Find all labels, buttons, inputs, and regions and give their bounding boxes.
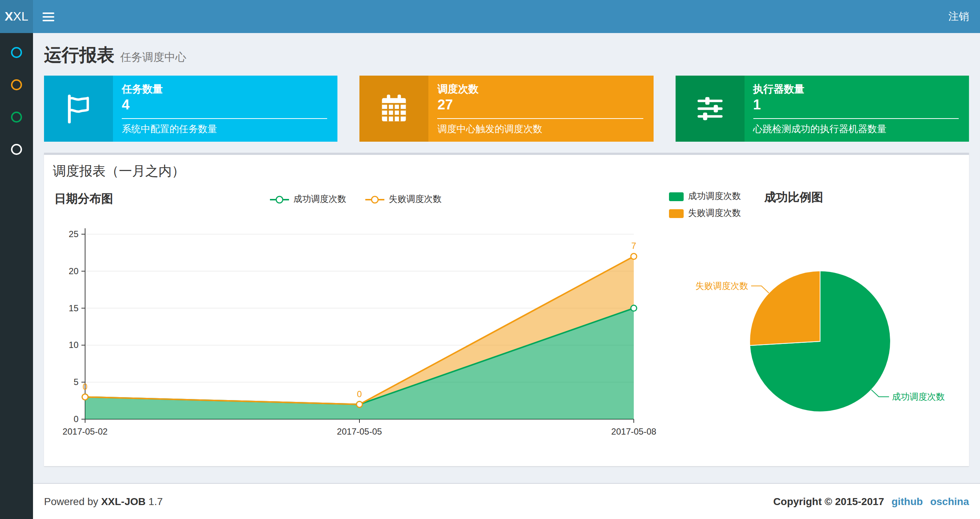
info-box-desc: 调度中心触发的调度次数 bbox=[438, 123, 643, 135]
hamburger-icon bbox=[43, 12, 54, 14]
line-legend-marker-icon bbox=[365, 195, 384, 204]
panel-title: 调度报表（一月之内） bbox=[44, 155, 969, 187]
footer: Powered by XXL-JOB 1.7 Copyright © 2015-… bbox=[33, 483, 980, 519]
success-ratio-chart: 成功调度次数失败调度次数 bbox=[669, 219, 971, 449]
svg-text:0: 0 bbox=[83, 382, 87, 392]
circle-o-icon bbox=[11, 111, 22, 122]
svg-text:25: 25 bbox=[68, 229, 78, 239]
schedule-report-panel: 调度报表（一月之内） 日期分布图 bbox=[44, 153, 969, 466]
divider bbox=[753, 118, 959, 119]
sliders-icon bbox=[675, 76, 744, 142]
copyright: Copyright © 2015-2017 bbox=[773, 495, 884, 507]
flag-icon bbox=[44, 76, 113, 142]
info-box-desc: 心跳检测成功的执行器机器数量 bbox=[753, 123, 959, 135]
pie-chart-title: 成功比例图 bbox=[764, 190, 823, 206]
svg-text:15: 15 bbox=[68, 303, 78, 313]
info-box-label: 任务数量 bbox=[122, 82, 328, 96]
line-legend-item[interactable]: 成功调度次数 bbox=[270, 193, 346, 206]
sidebar-item-4[interactable] bbox=[0, 133, 33, 165]
info-box-desc: 系统中配置的任务数量 bbox=[122, 123, 328, 135]
svg-text:2017-05-05: 2017-05-05 bbox=[337, 426, 382, 436]
pie-legend-item[interactable]: 失败调度次数 bbox=[669, 207, 741, 219]
info-box-value: 27 bbox=[438, 96, 643, 114]
line-legend-marker-icon bbox=[270, 195, 289, 204]
oschina-link[interactable]: oschina bbox=[930, 495, 969, 507]
legend-swatch-icon bbox=[669, 209, 684, 218]
sidebar-toggle-button[interactable] bbox=[33, 0, 64, 33]
info-box-value: 4 bbox=[122, 96, 328, 114]
product-version: 1.7 bbox=[148, 495, 163, 507]
svg-text:0: 0 bbox=[74, 414, 78, 424]
line-legend-item[interactable]: 失败调度次数 bbox=[365, 193, 442, 206]
line-chart-title: 日期分布图 bbox=[54, 192, 113, 207]
calendar-icon bbox=[360, 76, 429, 142]
page-title: 运行报表任务调度中心 bbox=[44, 43, 969, 67]
footer-right: Copyright © 2015-2017 github oschina bbox=[773, 495, 969, 507]
divider bbox=[122, 118, 328, 119]
svg-text:0: 0 bbox=[357, 389, 362, 399]
info-box-row: 任务数量 4 系统中配置的任务数量 bbox=[44, 76, 969, 142]
sidebar-item-3[interactable] bbox=[0, 101, 33, 133]
svg-text:2017-05-02: 2017-05-02 bbox=[63, 426, 108, 436]
info-box-label: 调度次数 bbox=[438, 82, 643, 96]
page-subtitle: 任务调度中心 bbox=[120, 51, 186, 63]
sidebar-item-1[interactable] bbox=[0, 36, 33, 68]
circle-o-icon bbox=[11, 79, 22, 90]
svg-text:20: 20 bbox=[68, 266, 78, 276]
main-area: 运行报表任务调度中心 任务数量 4 系统中配置的任务数量 bbox=[33, 33, 980, 519]
app-root: XXL 注销 运行报表任务调度中心 bbox=[0, 0, 980, 519]
svg-text:7: 7 bbox=[631, 241, 636, 251]
product-name: XXL-JOB bbox=[101, 495, 146, 507]
content-header: 运行报表任务调度中心 bbox=[44, 33, 969, 76]
info-box-label: 执行器数量 bbox=[753, 82, 959, 96]
info-box-value: 1 bbox=[753, 96, 959, 114]
sidebar bbox=[0, 33, 33, 519]
svg-text:10: 10 bbox=[68, 340, 78, 350]
svg-text:失败调度次数: 失败调度次数 bbox=[695, 281, 748, 291]
logo[interactable]: XXL bbox=[0, 0, 33, 33]
pie-chart-legend: 成功调度次数 失败调度次数 bbox=[669, 190, 741, 219]
svg-text:2017-05-08: 2017-05-08 bbox=[611, 426, 657, 436]
date-distribution-section: 日期分布图 成功调度次数 bbox=[51, 187, 660, 459]
logo-text-bold: X bbox=[5, 9, 13, 24]
powered-by: Powered by XXL-JOB 1.7 bbox=[44, 495, 163, 507]
circle-o-icon bbox=[11, 46, 22, 57]
logout-link[interactable]: 注销 bbox=[937, 10, 980, 23]
date-distribution-chart: 05101520252017-05-022017-05-052017-05-08… bbox=[51, 212, 660, 456]
pie-legend-item[interactable]: 成功调度次数 bbox=[669, 190, 741, 203]
circle-o-icon bbox=[11, 144, 22, 155]
info-box-job-count: 任务数量 4 系统中配置的任务数量 bbox=[44, 76, 338, 142]
info-box-trigger-count: 调度次数 27 调度中心触发的调度次数 bbox=[360, 76, 654, 142]
logo-text: XL bbox=[13, 9, 29, 24]
top-navbar: XXL 注销 bbox=[0, 0, 980, 33]
navbar-right: 注销 bbox=[937, 0, 980, 33]
divider bbox=[438, 118, 643, 119]
content: 运行报表任务调度中心 任务数量 4 系统中配置的任务数量 bbox=[33, 33, 980, 483]
svg-text:成功调度次数: 成功调度次数 bbox=[892, 392, 945, 402]
info-box-executor-count: 执行器数量 1 心跳检测成功的执行器机器数量 bbox=[675, 76, 969, 142]
line-chart-legend: 成功调度次数 失败调度次数 bbox=[51, 190, 660, 206]
github-link[interactable]: github bbox=[892, 495, 923, 507]
legend-swatch-icon bbox=[669, 192, 684, 201]
success-ratio-section: 成功调度次数 失败调度次数 成功比例图 成功调度次数失败调度次数 bbox=[660, 187, 971, 459]
svg-text:5: 5 bbox=[74, 377, 78, 387]
sidebar-item-2[interactable] bbox=[0, 68, 33, 101]
